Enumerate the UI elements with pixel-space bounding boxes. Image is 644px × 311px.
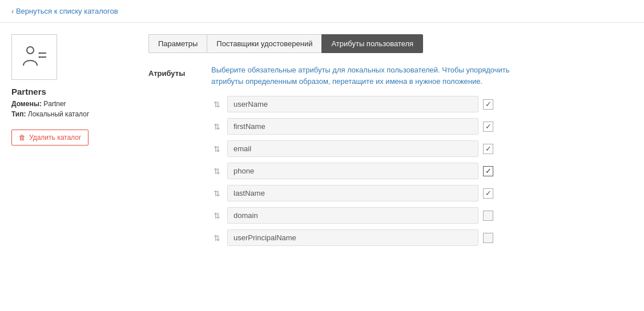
attribute-checkbox-domain[interactable] [483,211,493,221]
main-container: Partners Домены: Partner Тип: Локальный … [0,23,644,263]
attribute-input-email [227,140,478,157]
checkmark-firstname: ✓ [485,122,492,131]
attribute-checkbox-lastname[interactable]: ✓ [483,188,493,199]
drag-handle-userprincipalname[interactable]: ⇅ [211,233,223,243]
catalog-icon [11,34,57,80]
content-area: Атрибуты Выберите обязательные атрибуты … [148,64,633,252]
attributes-section: Выберите обязательные атрибуты для локал… [211,64,633,252]
attribute-input-lastname [227,185,478,201]
top-nav: Вернуться к списку каталогов [0,0,644,23]
drag-handle-domain[interactable]: ⇅ [211,211,223,220]
tab-params[interactable]: Параметры [148,34,207,53]
drag-handle-username[interactable]: ⇅ [211,100,223,109]
trash-icon: 🗑 [19,134,26,142]
tabs: Параметры Поставщики удостоверений Атриб… [148,34,633,53]
checkmark-phone: ✓ [485,167,492,175]
drag-handle-lastname[interactable]: ⇅ [211,189,223,198]
type-label: Тип: [11,110,26,118]
attribute-row-lastname: ⇅ ✓ [211,185,633,201]
tab-providers[interactable]: Поставщики удостоверений [207,34,321,53]
back-link[interactable]: Вернуться к списку каталогов [11,7,118,15]
attribute-input-phone [227,163,478,179]
delete-catalog-button[interactable]: 🗑 Удалить каталог [11,130,88,146]
catalog-name: Partners [11,87,137,96]
domains-label: Домены: [11,100,42,108]
svg-point-0 [27,47,34,54]
attributes-description: Выберите обязательные атрибуты для локал… [211,64,542,87]
attribute-checkbox-email[interactable]: ✓ [483,144,493,154]
attribute-input-domain [227,207,478,224]
svg-point-4 [39,52,41,54]
catalog-domains: Домены: Partner [11,100,137,108]
attribute-checkbox-userprincipalname[interactable] [483,233,493,243]
checkmark-lastname: ✓ [485,189,492,197]
attributes-label: Атрибуты [148,64,194,252]
attribute-row-phone: ⇅ ✓ [211,163,633,179]
catalog-type: Тип: Локальный каталог [11,110,137,118]
drag-handle-firstname[interactable]: ⇅ [211,122,223,131]
checkmark-username: ✓ [485,100,492,108]
domains-value: Partner [43,100,66,108]
attribute-row-userprincipalname: ⇅ [211,229,633,246]
right-panel: Параметры Поставщики удостоверений Атриб… [148,34,633,252]
drag-handle-phone[interactable]: ⇅ [211,167,223,176]
attribute-checkbox-username[interactable]: ✓ [483,99,493,110]
checkmark-email: ✓ [485,144,492,153]
tab-user-attrs[interactable]: Атрибуты пользователя [321,34,423,53]
attribute-row-domain: ⇅ [211,207,633,224]
attribute-row-email: ⇅ ✓ [211,140,633,157]
attribute-checkbox-firstname[interactable]: ✓ [483,122,493,132]
left-panel: Partners Домены: Partner Тип: Локальный … [11,34,137,252]
svg-point-3 [39,56,41,58]
attribute-input-username [227,96,478,112]
delete-label: Удалить каталог [29,134,81,142]
type-value: Локальный каталог [28,110,89,118]
attribute-row-username: ⇅ ✓ [211,96,633,112]
drag-handle-email[interactable]: ⇅ [211,144,223,154]
attribute-checkbox-phone[interactable]: ✓ [483,166,493,176]
attribute-input-firstname [227,118,478,135]
attribute-row-firstname: ⇅ ✓ [211,118,633,135]
attribute-input-userprincipalname [227,229,478,246]
